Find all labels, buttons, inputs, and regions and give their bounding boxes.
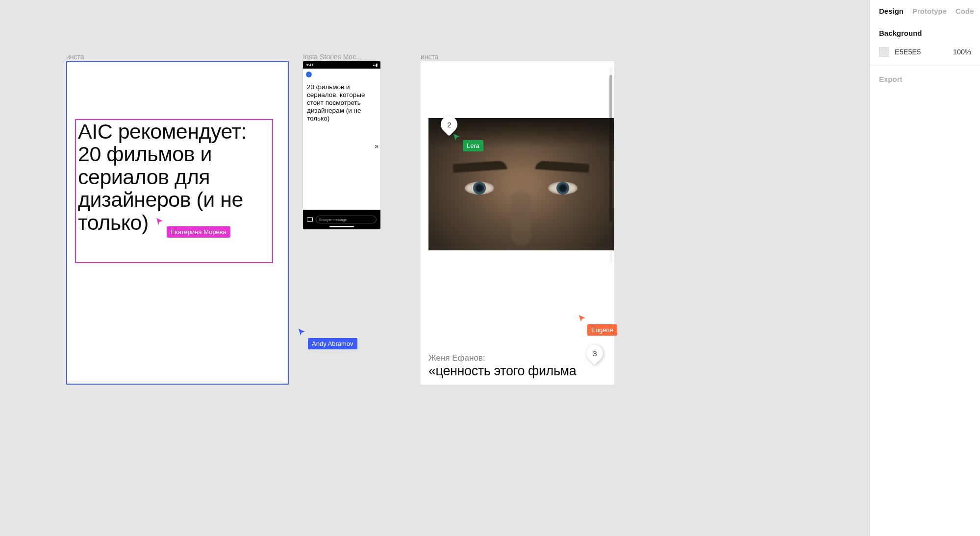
- status-time: 9:41: [306, 63, 314, 67]
- status-icons: ••▮: [373, 63, 377, 67]
- panel-tabs: Design Prototype Code: [870, 0, 980, 20]
- properties-panel: Design Prototype Code Background E5E5E5 …: [870, 0, 980, 536]
- chevron-right-icon[interactable]: »: [375, 142, 378, 150]
- collaborator-label: Andy Abramov: [308, 338, 357, 349]
- tab-code[interactable]: Code: [955, 7, 974, 15]
- background-color-row[interactable]: E5E5E5 100%: [879, 47, 971, 57]
- scrollbar-track[interactable]: [609, 67, 612, 263]
- design-canvas[interactable]: инста AIC рекомендует: 20 фильмов и сери…: [0, 0, 980, 536]
- author-text: Женя Ефанов:: [428, 353, 485, 363]
- frame-story-mockup[interactable]: 9:41 ••▮ 20 фильмов и сериалов, которые …: [303, 61, 380, 229]
- story-avatar-icon: [306, 72, 312, 77]
- comment-pin-number: 2: [447, 121, 451, 129]
- story-text: 20 фильмов и сериалов, которые стоит пос…: [303, 81, 380, 124]
- frame-label[interactable]: инста: [421, 53, 439, 61]
- scrollbar-thumb[interactable]: [609, 75, 612, 222]
- frame-insta-right[interactable]: Женя Ефанов: «ценность этого фильма: [421, 61, 614, 385]
- quote-text: «ценность этого фильма: [428, 364, 576, 379]
- photo-layer[interactable]: [428, 118, 614, 250]
- background-section: Background E5E5E5 100%: [870, 20, 980, 66]
- frame-insta-left[interactable]: AIC рекомендует: 20 фильмов и сериалов д…: [66, 61, 289, 385]
- export-section-title: Export: [879, 75, 971, 83]
- color-swatch[interactable]: [879, 47, 889, 57]
- export-section[interactable]: Export: [870, 66, 980, 92]
- comment-pin-number: 3: [593, 349, 597, 358]
- color-opacity[interactable]: 100%: [953, 48, 971, 56]
- phone-status-bar: 9:41 ••▮: [303, 61, 380, 69]
- headline-text-layer[interactable]: AIC рекомендует: 20 фильмов и сериалов д…: [75, 119, 273, 263]
- story-header: [303, 69, 380, 81]
- tab-prototype[interactable]: Prototype: [912, 7, 947, 15]
- camera-icon[interactable]: [307, 217, 313, 222]
- frame-label[interactable]: инста: [66, 53, 84, 61]
- headline-text: AIC рекомендует: 20 фильмов и сериалов д…: [78, 120, 270, 234]
- background-section-title: Background: [879, 29, 971, 37]
- color-hex[interactable]: E5E5E5: [895, 48, 921, 56]
- home-indicator: [329, 226, 354, 227]
- frame-label[interactable]: Insta Stories Moc...: [303, 53, 362, 61]
- tab-design[interactable]: Design: [879, 7, 904, 15]
- message-input[interactable]: Envoyer message: [316, 216, 377, 223]
